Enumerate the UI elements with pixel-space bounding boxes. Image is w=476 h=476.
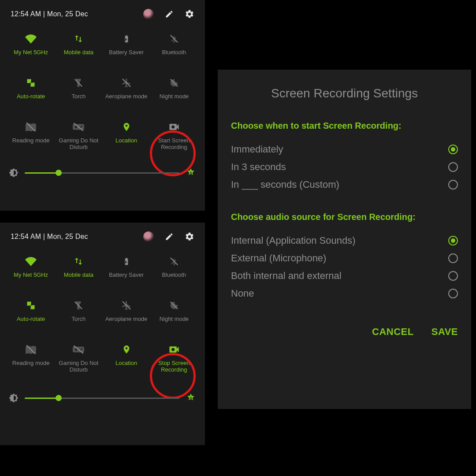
- tile-bluetooth[interactable]: Bluetooth: [150, 254, 198, 285]
- tile-auto-rotate[interactable]: Auto-rotate: [7, 298, 55, 329]
- dialog-actions: CANCEL SAVE: [231, 326, 458, 338]
- tile-aeroplane[interactable]: Aeroplane mode: [103, 76, 150, 107]
- auto-brightness-icon[interactable]: A: [186, 393, 196, 403]
- location-icon: [119, 120, 134, 134]
- tile-label: Gaming Do Not Disturb: [56, 138, 100, 151]
- header-actions: [143, 9, 194, 19]
- option-audio-none[interactable]: None: [231, 285, 458, 302]
- reading-mode-off-icon: [24, 342, 38, 357]
- tile-label: Night mode: [160, 316, 189, 323]
- tile-location[interactable]: Location: [103, 120, 150, 151]
- tile-label: My Net 5GHz: [14, 49, 48, 56]
- tile-reading-mode[interactable]: Reading mode: [7, 342, 55, 373]
- tile-auto-rotate[interactable]: Auto-rotate: [7, 76, 55, 107]
- option-label: In 3 seconds: [231, 161, 286, 173]
- tiles-grid: My Net 5GHz Mobile data Battery Saver Bl…: [6, 254, 199, 373]
- option-audio-internal[interactable]: Internal (Application Sounds): [231, 232, 458, 249]
- tile-label: Bluetooth: [162, 272, 186, 279]
- tile-location[interactable]: Location: [103, 342, 150, 373]
- tile-mobile-data[interactable]: Mobile data: [55, 254, 102, 285]
- mobile-data-icon: [71, 254, 86, 268]
- section-audio-heading: Choose audio source for Screen Recording…: [231, 212, 458, 222]
- wifi-icon: [24, 32, 38, 46]
- tile-bluetooth[interactable]: Bluetooth: [150, 32, 198, 63]
- tile-gaming-dnd[interactable]: Gaming Do Not Disturb: [55, 342, 102, 373]
- edit-icon[interactable]: [164, 9, 174, 19]
- radio-icon: [448, 180, 458, 190]
- torch-off-icon: [71, 76, 86, 90]
- cancel-button[interactable]: CANCEL: [372, 326, 414, 338]
- radio-icon: [448, 271, 458, 281]
- tile-torch[interactable]: Torch: [55, 298, 102, 329]
- gear-icon[interactable]: [185, 9, 194, 19]
- tile-label: Torch: [71, 93, 86, 100]
- airplane-off-icon: [119, 298, 134, 312]
- tile-label: Stop Screen Recording: [152, 360, 196, 373]
- tile-wifi[interactable]: My Net 5GHz: [7, 254, 55, 285]
- tile-label: Battery Saver: [109, 272, 144, 279]
- night-mode-off-icon: [167, 76, 181, 90]
- tile-label: Battery Saver: [109, 49, 144, 56]
- radio-icon: [448, 289, 458, 298]
- tile-wifi[interactable]: My Net 5GHz: [7, 32, 55, 63]
- location-icon: [119, 342, 134, 357]
- brightness-row: A: [6, 393, 199, 403]
- wifi-icon: [24, 254, 38, 268]
- auto-brightness-icon[interactable]: A: [186, 167, 196, 178]
- screen-recording-settings-dialog: Screen Recording Settings Choose when to…: [218, 70, 471, 409]
- tile-reading-mode[interactable]: Reading mode: [7, 120, 55, 151]
- radio-selected-icon: [448, 145, 458, 154]
- tile-stop-screen-recording[interactable]: Stop Screen Recording: [150, 342, 198, 373]
- edit-icon[interactable]: [164, 232, 174, 242]
- brightness-row: A: [6, 167, 199, 178]
- bluetooth-off-icon: [167, 254, 181, 268]
- screen-record-icon: [167, 120, 181, 134]
- tile-start-screen-recording[interactable]: Start Screen Recording: [150, 120, 198, 151]
- reading-mode-off-icon: [24, 120, 38, 134]
- bluetooth-off-icon: [167, 32, 181, 46]
- radio-icon: [448, 162, 458, 172]
- tile-label: Aeroplane mode: [105, 93, 147, 100]
- option-in-3-seconds[interactable]: In 3 seconds: [231, 158, 458, 176]
- gaming-dnd-off-icon: [71, 120, 86, 134]
- brightness-slider[interactable]: [25, 172, 179, 174]
- status-header: 12:54 AM | Mon, 25 Dec: [6, 231, 199, 244]
- tile-label: Location: [115, 360, 137, 367]
- tile-aeroplane[interactable]: Aeroplane mode: [103, 298, 150, 329]
- option-label: None: [231, 288, 254, 299]
- mobile-data-icon: [71, 32, 86, 46]
- avatar[interactable]: [143, 231, 154, 242]
- tile-label: Auto-rotate: [17, 316, 45, 323]
- tile-gaming-dnd[interactable]: Gaming Do Not Disturb: [55, 120, 102, 151]
- option-custom-seconds[interactable]: In ___ seconds (Custom): [231, 176, 458, 193]
- tile-battery-saver[interactable]: Battery Saver: [103, 32, 150, 63]
- auto-rotate-icon: [24, 76, 38, 90]
- tile-label: My Net 5GHz: [14, 272, 48, 279]
- option-immediately[interactable]: Immediately: [231, 141, 458, 158]
- tile-mobile-data[interactable]: Mobile data: [55, 32, 102, 63]
- radio-icon: [448, 253, 458, 263]
- tile-label: Auto-rotate: [17, 93, 45, 100]
- clock-date: 12:54 AM | Mon, 25 Dec: [11, 233, 88, 241]
- option-label: Both internal and external: [231, 270, 342, 282]
- screen-record-icon: [167, 342, 181, 357]
- tile-label: Location: [115, 138, 137, 144]
- option-audio-both[interactable]: Both internal and external: [231, 267, 458, 285]
- status-header: 12:54 AM | Mon, 25 Dec: [6, 9, 199, 21]
- option-audio-external[interactable]: External (Microphone): [231, 249, 458, 267]
- tile-battery-saver[interactable]: Battery Saver: [103, 254, 150, 285]
- tile-night-mode[interactable]: Night mode: [150, 76, 198, 107]
- tile-torch[interactable]: Torch: [55, 76, 102, 107]
- option-label: Immediately: [231, 144, 283, 155]
- tile-night-mode[interactable]: Night mode: [150, 298, 198, 329]
- save-button[interactable]: SAVE: [431, 326, 458, 338]
- brightness-slider[interactable]: [25, 398, 179, 399]
- gear-icon[interactable]: [185, 232, 194, 242]
- avatar[interactable]: [143, 9, 154, 19]
- auto-rotate-icon: [24, 298, 38, 312]
- radio-selected-icon: [448, 236, 458, 245]
- gaming-dnd-off-icon: [71, 342, 86, 357]
- tile-label: Reading mode: [12, 360, 50, 367]
- tile-label: Bluetooth: [162, 49, 186, 56]
- brightness-icon: [9, 393, 19, 403]
